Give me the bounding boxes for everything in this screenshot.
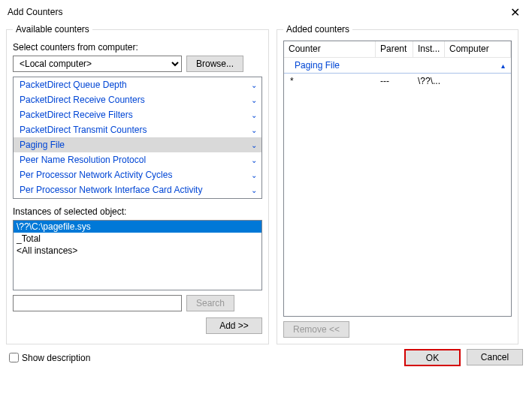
group-paging-file[interactable]: Paging File ▴ [284, 58, 511, 74]
instance-item[interactable]: \??\C:\pagefile.sys [14, 221, 261, 233]
instance-item[interactable]: <All instances> [14, 245, 261, 257]
counter-item-label: Peer Name Resolution Protocol [20, 155, 146, 165]
select-computer-label: Select counters from computer: [13, 42, 262, 53]
counter-item[interactable]: Paging File⌄ [14, 137, 261, 152]
counter-item[interactable]: Per Processor Network Activity Cycles⌄ [14, 167, 261, 182]
titlebar: Add Counters ✕ [0, 0, 532, 24]
counter-item-label: PacketDirect Receive Filters [20, 110, 133, 120]
search-button[interactable]: Search [186, 295, 234, 311]
counter-item[interactable]: PacketDirect Receive Filters⌄ [14, 107, 261, 122]
counter-item[interactable]: PacketDirect Receive Counters⌄ [14, 92, 261, 107]
chevron-down-icon: ⌄ [251, 171, 257, 179]
bottom-bar: Show description OK Cancel [0, 344, 532, 372]
counter-item-label: Paging File [20, 140, 65, 150]
chevron-down-icon: ⌄ [251, 96, 257, 104]
counter-item[interactable]: Peer Name Resolution Protocol⌄ [14, 152, 261, 167]
instance-item[interactable]: _Total [14, 233, 261, 245]
cell-inst: \??\... [418, 76, 449, 86]
counter-item-label: Per Processor Network Activity Cycles [20, 170, 172, 180]
counter-item-label: Per Processor Network Interface Card Act… [20, 185, 202, 195]
add-button[interactable]: Add >> [206, 317, 262, 334]
show-description-checkbox[interactable]: Show description [9, 353, 90, 363]
counter-item[interactable]: Per Processor Network Interface Card Act… [14, 182, 261, 197]
counter-item-label: PacketDirect Queue Depth [20, 80, 127, 90]
window-title: Add Counters [8, 7, 62, 17]
counter-item[interactable]: PacketDirect Transmit Counters⌄ [14, 122, 261, 137]
computer-select[interactable]: <Local computer> [13, 56, 182, 72]
col-counter[interactable]: Counter [284, 41, 376, 57]
instances-label: Instances of selected object: [13, 206, 262, 217]
cell-counter: * [289, 76, 380, 86]
col-computer[interactable]: Computer [445, 41, 511, 57]
available-legend: Available counters [13, 24, 92, 35]
available-counters-group: Available counters Select counters from … [6, 24, 269, 344]
show-description-label: Show description [22, 353, 90, 363]
browse-button[interactable]: Browse... [186, 56, 243, 72]
added-counters-group: Added counters Counter Parent Inst... Co… [277, 24, 518, 344]
group-label: Paging File [295, 60, 340, 71]
added-legend: Added counters [283, 24, 352, 35]
table-row[interactable]: * --- \??\... [284, 74, 511, 89]
ok-button[interactable]: OK [404, 349, 461, 366]
cell-parent: --- [380, 76, 418, 86]
chevron-down-icon: ⌄ [251, 186, 257, 194]
col-inst[interactable]: Inst... [413, 41, 445, 57]
table-header: Counter Parent Inst... Computer [284, 41, 511, 58]
search-input[interactable] [13, 295, 182, 311]
chevron-up-icon: ▴ [501, 62, 505, 70]
close-icon[interactable]: ✕ [497, 0, 532, 24]
chevron-down-icon: ⌄ [251, 111, 257, 119]
show-description-input[interactable] [9, 353, 19, 362]
cancel-button[interactable]: Cancel [467, 349, 523, 365]
cell-computer [449, 76, 511, 86]
chevron-down-icon: ⌄ [251, 126, 257, 134]
counter-item[interactable]: PacketDirect Queue Depth⌄ [14, 77, 261, 92]
chevron-down-icon: ⌄ [251, 156, 257, 164]
counter-item-label: PacketDirect Transmit Counters [20, 125, 147, 135]
chevron-down-icon: ⌄ [251, 81, 257, 89]
instance-list[interactable]: \??\C:\pagefile.sys_Total<All instances> [13, 220, 262, 290]
counter-list[interactable]: PacketDirect Queue Depth⌄PacketDirect Re… [13, 77, 262, 199]
col-parent[interactable]: Parent [376, 41, 413, 57]
chevron-down-icon: ⌄ [251, 141, 257, 149]
added-table: Counter Parent Inst... Computer Paging F… [283, 41, 512, 317]
counter-item-label: PacketDirect Receive Counters [20, 95, 145, 105]
remove-button[interactable]: Remove << [283, 321, 349, 338]
